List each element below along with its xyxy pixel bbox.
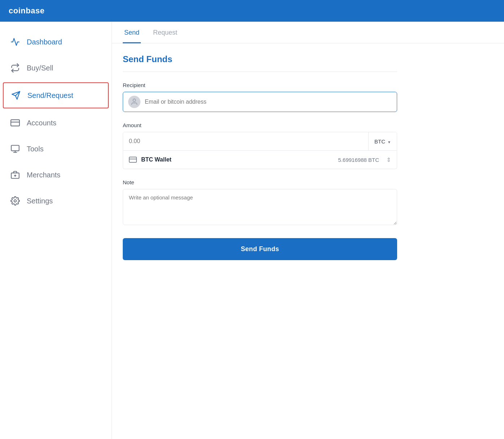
sidebar-item-merchants[interactable]: Merchants <box>0 162 112 188</box>
refresh-icon <box>10 63 20 73</box>
wallet-icon <box>129 156 137 164</box>
sidebar-label-send-request: Send/Request <box>27 91 73 100</box>
sidebar-item-accounts[interactable]: Accounts <box>0 110 112 136</box>
card-icon <box>10 118 20 128</box>
sidebar-item-send-request[interactable]: Send/Request <box>3 82 109 108</box>
svg-rect-4 <box>11 145 19 151</box>
svg-rect-12 <box>129 157 136 163</box>
sidebar-label-dashboard: Dashboard <box>27 38 62 46</box>
recipient-label: Recipient <box>123 82 397 88</box>
form-divider <box>123 72 397 72</box>
tools-icon <box>10 144 20 154</box>
app-header: coinbase <box>0 0 504 22</box>
amount-label: Amount <box>123 122 397 128</box>
app-logo: coinbase <box>9 6 44 16</box>
note-section: Note <box>123 179 397 227</box>
chevron-down-icon <box>387 138 391 145</box>
gear-icon <box>10 196 20 206</box>
sidebar-item-dashboard[interactable]: Dashboard <box>0 29 112 55</box>
sidebar-item-settings[interactable]: Settings <box>0 188 112 214</box>
currency-selector[interactable]: BTC <box>368 132 397 150</box>
note-textarea[interactable] <box>123 189 397 225</box>
app-body: Dashboard Buy/Sell Send/Re <box>0 22 504 439</box>
svg-point-11 <box>133 99 135 102</box>
note-label: Note <box>123 179 397 185</box>
amount-section: Amount BTC BTC Wallet <box>123 122 397 169</box>
tabs-bar: Send Request <box>112 22 504 43</box>
updown-icon[interactable] <box>386 156 391 163</box>
sidebar-label-accounts: Accounts <box>27 119 56 127</box>
recipient-input-wrap <box>123 92 397 112</box>
wallet-row: BTC Wallet 5.69916988 BTC <box>123 151 397 169</box>
recipient-input[interactable] <box>145 99 392 105</box>
sidebar: Dashboard Buy/Sell Send/Re <box>0 22 112 439</box>
svg-rect-2 <box>11 120 19 126</box>
currency-label: BTC <box>374 138 385 145</box>
amount-input[interactable] <box>123 132 368 150</box>
wallet-balance: 5.69916988 BTC <box>338 157 379 163</box>
amount-input-row: BTC <box>123 132 397 151</box>
wallet-name: BTC Wallet <box>141 156 334 163</box>
send-icon <box>11 90 21 100</box>
form-title: Send Funds <box>123 54 397 64</box>
avatar <box>128 96 140 108</box>
tab-send[interactable]: Send <box>123 22 141 43</box>
activity-icon <box>10 37 20 47</box>
send-funds-button[interactable]: Send Funds <box>123 238 397 260</box>
send-funds-form: Send Funds Recipient Amount <box>112 43 408 271</box>
tab-request[interactable]: Request <box>152 22 179 43</box>
sidebar-item-tools[interactable]: Tools <box>0 136 112 162</box>
svg-point-10 <box>14 200 17 202</box>
sidebar-label-merchants: Merchants <box>27 171 60 179</box>
sidebar-label-settings: Settings <box>27 197 53 205</box>
main-content: Send Request Send Funds Recipient Amou <box>112 22 504 439</box>
sidebar-item-buy-sell[interactable]: Buy/Sell <box>0 55 112 81</box>
merchants-icon <box>10 170 20 180</box>
sidebar-label-tools: Tools <box>27 145 44 153</box>
sidebar-label-buy-sell: Buy/Sell <box>27 64 53 72</box>
